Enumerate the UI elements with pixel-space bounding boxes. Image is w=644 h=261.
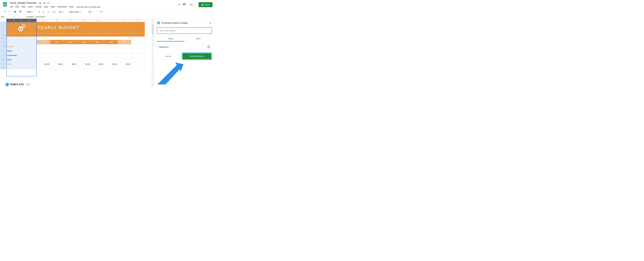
cell-f4-month[interactable]: Mar	[64, 40, 77, 44]
menu-format[interactable]: Format	[34, 5, 42, 8]
col-header-e[interactable]: E	[50, 19, 64, 22]
undo-button[interactable]	[2, 10, 7, 14]
doc-title[interactable]: Yearly_Budget Template	[9, 1, 37, 4]
cell-j4-month[interactable]: July	[118, 40, 131, 44]
cell-j8[interactable]	[118, 58, 131, 62]
cell-f8[interactable]	[64, 58, 77, 62]
description-input[interactable]: Enter a description	[157, 27, 212, 34]
tab-range[interactable]: Range	[157, 36, 184, 41]
share-button[interactable]: Share	[198, 2, 212, 7]
cell-e9[interactable]: $0.00	[50, 62, 64, 66]
col-header-i[interactable]: I	[104, 19, 118, 22]
menu-edit[interactable]: Edit	[14, 5, 20, 8]
cell-i4-month[interactable]: June	[104, 40, 118, 44]
cell-i10[interactable]	[104, 66, 118, 69]
zoom-select[interactable]: 100%▼	[26, 10, 35, 14]
row-header-1[interactable]: 1	[0, 22, 6, 33]
grid-select-icon[interactable]	[207, 46, 210, 48]
cell-h3[interactable]	[91, 37, 104, 40]
cell-k7[interactable]	[131, 53, 145, 58]
activity-icon[interactable]	[178, 3, 180, 6]
row-header-4[interactable]: 4	[0, 40, 6, 44]
cell-d7[interactable]	[37, 53, 50, 58]
row-header-9[interactable]: 9	[0, 62, 6, 66]
cloud-status-icon[interactable]	[47, 2, 50, 4]
cell-c4[interactable]	[22, 40, 37, 44]
cell-d2[interactable]	[37, 33, 145, 37]
cell-b2[interactable]	[6, 33, 37, 37]
sheet-area[interactable]: B C D E F G H I J K 1 $ YEARLY BUDGET 2	[0, 19, 152, 87]
col-header-k[interactable]: K	[131, 19, 145, 22]
cancel-button[interactable]: Cancel	[157, 53, 180, 59]
cell-j5[interactable]	[118, 44, 131, 49]
paint-format-button[interactable]	[18, 10, 23, 14]
cell-e10[interactable]	[50, 66, 64, 69]
cell-j6[interactable]	[118, 49, 131, 53]
cell-i6[interactable]	[104, 49, 118, 53]
menu-view[interactable]: View	[20, 5, 27, 8]
col-header-h[interactable]: H	[91, 19, 104, 22]
cell-h6[interactable]	[91, 49, 104, 53]
cell-c3[interactable]	[22, 37, 37, 40]
col-header-j[interactable]: J	[118, 19, 131, 22]
name-box[interactable]: B:C▼	[0, 15, 16, 18]
cell-h8[interactable]	[91, 58, 104, 62]
formula-input[interactable]: YEARLY BUDGET	[25, 16, 47, 18]
redo-button[interactable]	[8, 10, 12, 14]
cell-h9[interactable]: $0.00	[91, 62, 104, 66]
cell-h10[interactable]	[91, 66, 104, 69]
percent-button[interactable]: %	[42, 10, 46, 14]
cell-b4[interactable]	[6, 40, 22, 44]
fx-icon[interactable]: fx	[16, 15, 25, 18]
cell-k6[interactable]	[131, 49, 145, 53]
font-select[interactable]: Open Sans▼	[68, 10, 84, 14]
menu-insert[interactable]: Insert	[27, 5, 34, 8]
comments-icon[interactable]	[183, 3, 186, 6]
row-header-3[interactable]: 3	[0, 37, 6, 40]
cell-j10[interactable]	[118, 66, 131, 69]
col-header-g[interactable]: G	[77, 19, 91, 22]
cell-h7[interactable]	[91, 53, 104, 58]
cell-d3[interactable]	[37, 37, 50, 40]
star-icon[interactable]	[39, 2, 42, 4]
cell-g10[interactable]	[77, 66, 91, 69]
cell-k3[interactable]	[131, 37, 145, 40]
range-input[interactable]: Sheet1!B:C	[157, 44, 212, 50]
cell-c10[interactable]	[22, 66, 37, 69]
cell-e3[interactable]	[50, 37, 64, 40]
cell-j7[interactable]	[118, 53, 131, 58]
collapse-toolbar-icon[interactable]	[210, 10, 212, 13]
cell-f3[interactable]	[64, 37, 77, 40]
cell-b6-salary[interactable]: Salary	[6, 49, 37, 53]
move-icon[interactable]	[43, 2, 46, 4]
col-header-d[interactable]: D	[37, 19, 50, 22]
cell-g9[interactable]: $0.00	[77, 62, 91, 66]
cell-f7[interactable]	[64, 53, 77, 58]
cell-k10[interactable]	[131, 66, 145, 69]
cell-f10[interactable]	[64, 66, 77, 69]
cell-g7[interactable]	[77, 53, 91, 58]
cell-b9-total[interactable]: Total	[6, 62, 37, 66]
close-icon[interactable]: ✕	[209, 21, 212, 25]
cell-e8[interactable]	[50, 58, 64, 62]
cell-k9[interactable]	[131, 62, 145, 66]
cell-k8[interactable]	[131, 58, 145, 62]
cell-b5-income[interactable]: Income:	[6, 44, 37, 49]
number-format-select[interactable]: 123▼	[58, 10, 65, 14]
more-toolbar-button[interactable]: •••	[99, 9, 104, 14]
cell-g3[interactable]	[77, 37, 91, 40]
row-header-7[interactable]: 7	[0, 53, 6, 58]
menu-help[interactable]: Help	[68, 5, 74, 8]
cell-g8[interactable]	[77, 58, 91, 62]
cell-g6[interactable]	[77, 49, 91, 53]
cell-i8[interactable]	[104, 58, 118, 62]
cell-d10[interactable]	[37, 66, 50, 69]
col-header-b[interactable]: B	[6, 19, 22, 22]
cell-f9[interactable]: $0.00	[64, 62, 77, 66]
cell-d9[interactable]: $0.00	[37, 62, 50, 66]
cell-g5[interactable]	[77, 44, 91, 49]
cell-banner-title[interactable]: YEARLY BUDGET	[37, 22, 145, 33]
cell-k4[interactable]	[131, 40, 145, 44]
cell-j9[interactable]: $0.00	[118, 62, 131, 66]
cell-i9[interactable]: $0.00	[104, 62, 118, 66]
